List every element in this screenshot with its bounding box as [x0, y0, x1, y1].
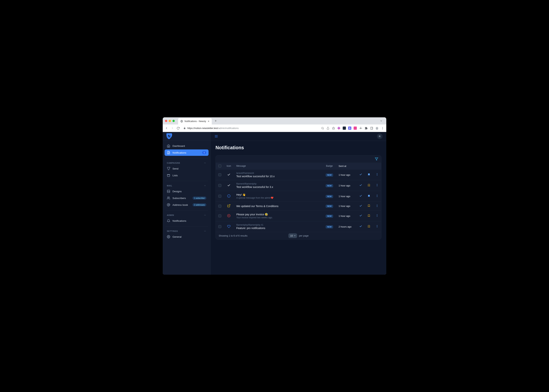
user-avatar[interactable]: R: [377, 133, 383, 139]
sidebar-item-label: Notifications: [172, 151, 186, 154]
menu-icon[interactable]: [381, 126, 384, 130]
svg-point-46: [377, 225, 378, 226]
close-tab-icon[interactable]: ✕: [208, 120, 209, 123]
bookmark-button[interactable]: [368, 184, 370, 187]
sidebar-group-heading[interactable]: ADMIN: [164, 214, 208, 217]
sidebar-group-heading[interactable]: MAIL: [164, 184, 208, 187]
row-menu-button[interactable]: [376, 194, 378, 197]
menu-toggle-button[interactable]: [214, 134, 218, 138]
mark-read-button[interactable]: [359, 173, 362, 176]
browser-tab[interactable]: Notifications - Newsly ✕: [178, 118, 212, 125]
sidebar-item-lists[interactable]: Lists: [164, 172, 208, 179]
filter-button[interactable]: [375, 157, 378, 161]
mark-read-button[interactable]: [359, 225, 362, 228]
sent-at: 1 hour ago: [336, 211, 356, 221]
logo[interactable]: N: [163, 132, 210, 141]
search-icon[interactable]: [321, 126, 324, 130]
svg-point-45: [377, 216, 378, 217]
row-checkbox[interactable]: [218, 205, 221, 208]
tab-overflow-button[interactable]: [378, 119, 384, 122]
svg-point-33: [377, 195, 378, 195]
sidebar-item-designs[interactable]: Designs: [164, 188, 208, 195]
status-badge: NEW: [326, 174, 333, 177]
sidebar-item-send[interactable]: Send: [164, 165, 208, 172]
notifications-table: Icon Message Badge Sent at laravel/frame…: [216, 163, 381, 232]
svg-point-47: [377, 226, 378, 227]
per-page-label: per page: [299, 234, 308, 237]
row-menu-button[interactable]: [376, 225, 378, 228]
browser-address-bar: https://notion-newsletter.test/admin/not…: [163, 125, 386, 132]
panel-icon[interactable]: [370, 126, 373, 130]
reload-button[interactable]: [177, 127, 180, 130]
column-header-message: Message: [234, 163, 323, 169]
table-row: filament/filamentphpTest workflow succes…: [216, 180, 381, 191]
minimize-window-button[interactable]: [169, 120, 171, 122]
svg-point-2: [321, 127, 323, 129]
bookmark-button[interactable]: [368, 214, 370, 217]
browser-window: Notifications - Newsly ✕ + https://notio…: [163, 117, 386, 275]
row-checkbox[interactable]: [218, 225, 221, 228]
sidebar-item-address-book[interactable]: Address book2 addresses: [164, 202, 208, 208]
sidebar-item-general[interactable]: General: [164, 234, 208, 240]
close-window-button[interactable]: [165, 120, 167, 122]
page-content: Notifications Icon Message: [211, 141, 386, 275]
results-summary: Showing 1 to 6 of 6 results: [219, 234, 247, 237]
row-menu-button[interactable]: [376, 214, 378, 217]
heart-icon: [227, 224, 231, 228]
svg-point-39: [377, 206, 378, 207]
new-tab-button[interactable]: +: [213, 119, 218, 123]
row-menu-button[interactable]: [376, 184, 378, 187]
bookmark-button[interactable]: [368, 173, 370, 176]
svg-marker-23: [375, 158, 378, 160]
row-checkbox[interactable]: [218, 195, 221, 198]
back-button[interactable]: [165, 126, 168, 130]
extension-icon[interactable]: [343, 126, 346, 130]
row-menu-button[interactable]: [376, 173, 378, 176]
svg-text:N: N: [168, 134, 171, 138]
sidebar-group-heading[interactable]: SETTINGS: [164, 230, 208, 232]
mark-read-button[interactable]: [359, 194, 362, 197]
profile-icon[interactable]: [375, 126, 378, 130]
row-checkbox[interactable]: [218, 173, 221, 176]
svg-point-35: [377, 196, 378, 197]
svg-point-17: [168, 197, 169, 198]
mark-read-button[interactable]: [359, 214, 362, 217]
share-icon[interactable]: [326, 126, 329, 130]
sidebar-item-notifications[interactable]: Notifications: [164, 217, 208, 224]
forward-button[interactable]: [171, 126, 174, 130]
row-title: Test workflow successful for 3.x: [236, 185, 320, 189]
window-controls: [165, 120, 175, 122]
star-icon[interactable]: [332, 126, 335, 130]
addressbook-icon: [167, 203, 170, 207]
bookmark-button[interactable]: [368, 225, 370, 228]
sidebar-group-heading[interactable]: CAMPAIGNS: [164, 162, 208, 164]
select-all-checkbox[interactable]: [218, 164, 221, 168]
sidebar-item-label: Subscribers: [172, 197, 186, 200]
per-page-select[interactable]: 10: [288, 233, 297, 238]
row-subtitle: Your invoice expired two weeks ago.: [236, 216, 320, 219]
maximize-window-button[interactable]: [172, 120, 175, 122]
extensions-icon[interactable]: [364, 126, 368, 130]
extension-icon[interactable]: [337, 126, 341, 130]
row-checkbox[interactable]: [218, 214, 221, 217]
row-menu-button[interactable]: [376, 204, 378, 207]
notifications-table-card: Icon Message Badge Sent at laravel/frame…: [215, 155, 381, 239]
extension-settings-icon[interactable]: [359, 126, 362, 130]
info-icon: [227, 194, 231, 198]
sidebar-item-subscribers[interactable]: Subscribers1 subscriber: [164, 195, 208, 201]
url-path: /admin/notifications: [218, 127, 239, 130]
chevron-up-icon: [204, 162, 206, 164]
row-subtitle: A special message from the admin❤️: [236, 196, 320, 199]
mark-read-button[interactable]: [359, 184, 362, 187]
mark-read-button[interactable]: [359, 204, 362, 207]
sidebar-item-notifications[interactable]: Notifications6: [164, 149, 208, 156]
url-field[interactable]: https://notion-newsletter.test/admin/not…: [183, 127, 318, 130]
row-checkbox[interactable]: [218, 184, 221, 187]
bookmark-button[interactable]: [368, 195, 370, 197]
extension-icon[interactable]: D: [348, 126, 351, 130]
bookmark-button[interactable]: [368, 204, 370, 207]
url-domain: https://notion-newsletter.test: [187, 127, 218, 130]
svg-rect-6: [371, 127, 373, 129]
extension-icon[interactable]: [354, 126, 357, 130]
sidebar-item-dashboard[interactable]: Dashboard: [164, 143, 208, 149]
